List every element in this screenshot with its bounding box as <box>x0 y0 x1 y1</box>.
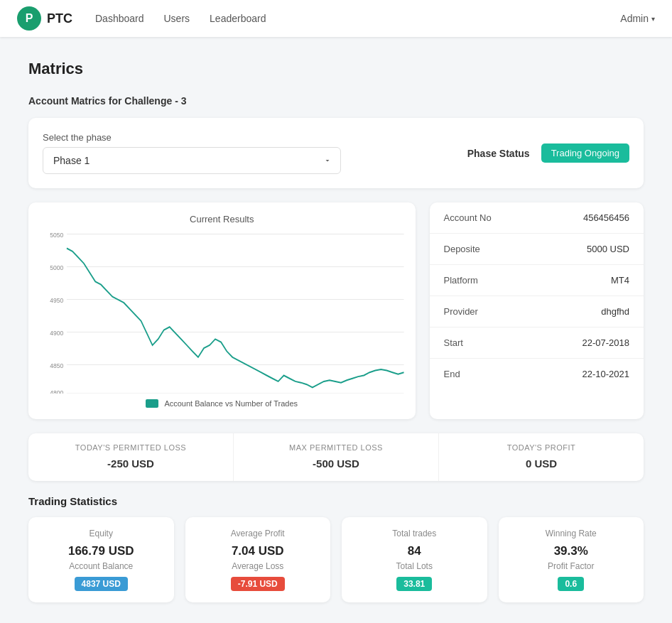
admin-menu[interactable]: Admin ▾ <box>620 13 655 24</box>
stat-card-sub: Total Lots <box>396 561 433 571</box>
stat-badge: 4837 USD <box>75 577 128 591</box>
info-label: Account No <box>444 212 492 223</box>
stat-card-sub: Profit Factor <box>548 561 594 571</box>
metric-cell-label: TODAY'S PERMITTED LOSS <box>75 443 186 452</box>
info-value: dhgfhd <box>601 306 629 317</box>
stat-card-label: Equity <box>90 529 113 538</box>
phase-status-label: Phase Status <box>467 148 530 159</box>
legend-label: Account Balance vs Number of Trades <box>164 399 298 408</box>
stat-card-label: Total trades <box>392 529 436 538</box>
phase-status-group: Phase Status Trading Ongoing <box>467 143 629 163</box>
stat-card: Equity 166.79 USD Account Balance 4837 U… <box>28 517 174 602</box>
info-row: End 22-10-2021 <box>430 359 644 389</box>
phase-selector-card: Select the phase Phase 1 Phase 2 Phase 3… <box>28 118 644 188</box>
info-label: Provider <box>444 306 478 317</box>
info-row: Provider dhgfhd <box>430 296 644 327</box>
trading-stats-title: Trading Statistics <box>28 495 644 507</box>
stat-badge: 33.81 <box>396 577 432 591</box>
stat-badge: 0.6 <box>558 577 584 591</box>
chevron-down-icon: ▾ <box>651 15 655 23</box>
account-info-card: Account No 456456456 Deposite 5000 USD P… <box>430 202 644 419</box>
admin-label: Admin <box>620 13 649 24</box>
svg-text:5050: 5050 <box>50 231 63 239</box>
nav-links: DashboardUsersLeaderboard <box>95 13 620 24</box>
section-subtitle: Account Matrics for Challenge - 3 <box>28 95 644 107</box>
navbar: P PTC DashboardUsersLeaderboard Admin ▾ <box>0 0 672 37</box>
stat-card-label: Winning Rate <box>546 529 597 538</box>
info-label: Start <box>444 337 463 348</box>
info-label: End <box>444 369 460 379</box>
phase-row: Select the phase Phase 1 Phase 2 Phase 3… <box>43 132 629 174</box>
stat-card-sub: Average Loss <box>232 561 283 571</box>
phase-select[interactable]: Phase 1 Phase 2 Phase 3 <box>43 147 341 174</box>
svg-text:4900: 4900 <box>50 329 63 337</box>
svg-text:5000: 5000 <box>50 264 63 271</box>
metric-cell-label: MAX PERMITTED LOSS <box>289 443 383 452</box>
info-value: 22-10-2021 <box>582 369 630 379</box>
chart-container: 5050 5000 4950 4900 4850 4800 <box>40 230 404 394</box>
info-value: MT4 <box>611 275 629 286</box>
phase-select-group: Select the phase Phase 1 Phase 2 Phase 3 <box>43 132 439 174</box>
stat-card-main: 7.04 USD <box>232 544 284 558</box>
metric-cell-label: TODAY'S PROFIT <box>507 443 576 452</box>
svg-text:4850: 4850 <box>50 362 63 369</box>
stat-card-sub: Account Balance <box>69 561 133 571</box>
stat-card: Average Profit 7.04 USD Average Loss -7.… <box>185 517 331 602</box>
metric-cell-value: 0 USD <box>526 457 557 470</box>
stats-grid: Equity 166.79 USD Account Balance 4837 U… <box>28 517 644 602</box>
metric-cell: TODAY'S PROFIT 0 USD <box>439 433 644 481</box>
chart-title: Current Results <box>40 214 404 224</box>
chart-card: Current Results 5050 5000 4950 4900 4850 <box>28 202 416 419</box>
metric-cell: TODAY'S PERMITTED LOSS -250 USD <box>28 433 234 481</box>
metric-cell: MAX PERMITTED LOSS -500 USD <box>234 433 439 481</box>
legend-color-box <box>146 399 158 408</box>
stat-card-main: 84 <box>408 544 421 558</box>
info-row: Platform MT4 <box>430 265 644 296</box>
nav-link-dashboard[interactable]: Dashboard <box>95 13 144 24</box>
phase-select-label: Select the phase <box>43 132 439 143</box>
svg-text:4800: 4800 <box>50 389 63 394</box>
stat-card-label: Average Profit <box>231 529 285 538</box>
chart-svg: 5050 5000 4950 4900 4850 4800 <box>40 230 404 394</box>
logo-icon: P <box>17 6 41 31</box>
info-row: Start 22-07-2018 <box>430 327 644 359</box>
stat-badge: -7.91 USD <box>231 577 285 591</box>
info-row: Account No 456456456 <box>430 202 644 234</box>
chart-legend: Account Balance vs Number of Trades <box>40 399 404 408</box>
status-badge: Trading Ongoing <box>541 143 629 163</box>
info-value: 456456456 <box>583 212 629 223</box>
info-value: 22-07-2018 <box>582 337 630 348</box>
info-label: Deposite <box>444 244 480 254</box>
trading-statistics-section: Trading Statistics Equity 166.79 USD Acc… <box>28 495 644 602</box>
stat-card: Winning Rate 39.3% Profit Factor 0.6 <box>499 517 644 602</box>
main-content: Matrics Account Matrics for Challenge - … <box>0 37 672 623</box>
stat-card-main: 166.79 USD <box>68 544 134 558</box>
nav-link-users[interactable]: Users <box>164 13 190 24</box>
nav-link-leaderboard[interactable]: Leaderboard <box>210 13 266 24</box>
metric-cell-value: -250 USD <box>107 457 154 470</box>
svg-text:4950: 4950 <box>50 296 63 304</box>
info-value: 5000 USD <box>587 244 629 254</box>
info-row: Deposite 5000 USD <box>430 234 644 265</box>
info-label: Platform <box>444 275 478 286</box>
page-title: Matrics <box>28 60 644 78</box>
navbar-logo: P PTC <box>17 6 72 31</box>
stat-card: Total trades 84 Total Lots 33.81 <box>342 517 487 602</box>
stat-card-main: 39.3% <box>554 544 588 558</box>
logo-text: PTC <box>47 11 72 26</box>
chart-info-row: Current Results 5050 5000 4950 4900 4850 <box>28 202 644 419</box>
metrics-row: TODAY'S PERMITTED LOSS -250 USD MAX PERM… <box>28 433 644 481</box>
metric-cell-value: -500 USD <box>313 457 359 470</box>
